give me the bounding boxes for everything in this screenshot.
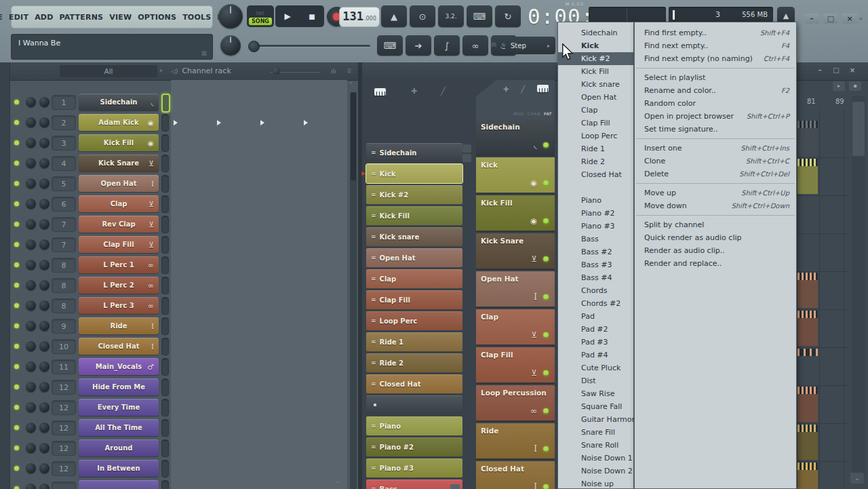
channel-pan-knob[interactable]	[26, 280, 36, 290]
menu-pattern-item[interactable]: Noise up	[558, 477, 633, 489]
menu-pattern-item[interactable]: Chords #2	[558, 297, 633, 310]
channel-number[interactable]: 11	[52, 359, 76, 374]
menu-pattern-item[interactable]: Pad #3	[558, 336, 633, 349]
menubar-item-tools[interactable]: TOOLS	[182, 13, 211, 22]
channel-number[interactable]: 8	[52, 258, 76, 273]
channel-mute-indicator[interactable]	[161, 134, 169, 152]
group-next-arrow[interactable]: ▸	[160, 67, 163, 73]
channel-led[interactable]	[14, 364, 19, 369]
channel-led[interactable]	[14, 283, 19, 288]
picker-item[interactable]: ≡Clap	[366, 269, 462, 288]
channel-button[interactable]: RideI	[79, 317, 159, 334]
pattern-clip[interactable]	[797, 425, 818, 460]
channel-number[interactable]: 12	[52, 461, 76, 476]
channel-pan-knob[interactable]	[26, 97, 36, 107]
track-led[interactable]	[543, 294, 549, 300]
playlist-track-header[interactable]: Closed HatI	[476, 461, 555, 489]
channel-mute-indicator[interactable]	[161, 175, 169, 193]
menu-pattern-item[interactable]: Snare Roll	[558, 439, 633, 452]
channel-volume-knob[interactable]	[39, 117, 50, 128]
picker-tab-automation-icon[interactable]: ╱	[441, 87, 446, 96]
menu-command-item[interactable]: Rename and color..F2	[635, 84, 796, 97]
channel-number[interactable]: 7	[52, 237, 76, 252]
channel-mute-indicator[interactable]	[161, 155, 169, 172]
channel-led[interactable]	[14, 446, 19, 450]
picker-item[interactable]: ≡Loop Perc	[366, 311, 462, 330]
channel-number[interactable]: 12	[52, 441, 76, 456]
channel-pan-knob[interactable]	[26, 199, 36, 209]
menubar-item-edit[interactable]: EDIT	[9, 13, 28, 22]
channel-led[interactable]	[14, 303, 19, 308]
channel-mute-indicator[interactable]	[161, 317, 169, 335]
channel-pan-knob[interactable]	[26, 361, 36, 372]
menu-pattern-item[interactable]: Piano	[558, 194, 633, 207]
stop-button[interactable]: ■	[300, 5, 324, 27]
channel-pan-knob[interactable]	[26, 178, 36, 189]
channel-led[interactable]	[14, 222, 19, 227]
channel-number[interactable]: 12	[52, 420, 76, 435]
playlist-maximize-button[interactable]: □	[830, 66, 842, 75]
channel-volume-knob[interactable]	[39, 321, 50, 331]
channel-led[interactable]	[14, 100, 19, 104]
track-led[interactable]	[543, 446, 549, 452]
channel-button[interactable]: Clap Fill⊻	[79, 236, 159, 253]
pattern-clip[interactable]	[797, 387, 818, 422]
loop-record-icon[interactable]: ↻	[495, 5, 521, 27]
menubar-item-add[interactable]: ADD	[35, 13, 53, 22]
menu-pattern-item[interactable]: Clap Fill	[558, 117, 633, 130]
channel-volume-knob[interactable]	[39, 138, 50, 148]
channel-pan-knob[interactable]	[26, 423, 36, 433]
channel-button[interactable]: L Perc 3∞	[79, 297, 159, 314]
grid-scroll-down-icon[interactable]: ⌄	[850, 473, 864, 484]
menu-command-item[interactable]: Quick render as audio clip	[635, 231, 796, 244]
menu-command-item[interactable]: Render and replace..	[635, 257, 796, 270]
grid-dot-button[interactable]: ▪	[849, 81, 861, 91]
channel-pan-knob[interactable]	[26, 239, 36, 250]
channel-volume-knob[interactable]	[39, 484, 50, 489]
step-edit-icon[interactable]: ➔	[406, 35, 431, 56]
menu-command-item[interactable]: CloneShift+Ctrl+C	[635, 155, 796, 168]
channel-button[interactable]: Kick Fill◉	[79, 134, 159, 151]
playlist-track-header[interactable]: Kick◉	[476, 157, 555, 194]
channel-pan-knob[interactable]	[26, 138, 36, 148]
channel-mute-indicator[interactable]	[161, 94, 170, 113]
channel-button[interactable]: All The Time	[79, 419, 159, 436]
rack-zoom-handle[interactable]	[273, 67, 280, 75]
picker-item[interactable]: ≡Kick Fill	[366, 206, 462, 225]
channel-led[interactable]	[14, 201, 19, 206]
channel-mute-indicator[interactable]	[161, 338, 169, 355]
channel-led[interactable]	[14, 242, 19, 247]
channel-number[interactable]: 4	[52, 156, 76, 171]
channel-number[interactable]: 8	[52, 298, 76, 313]
picker-item[interactable]: ≡Piano #3	[366, 458, 462, 477]
channel-led[interactable]	[14, 262, 19, 267]
playlist-close-button[interactable]: ×	[846, 66, 859, 75]
channel-button[interactable]: Every Time	[79, 399, 159, 416]
playlist-scrollbar[interactable]	[852, 96, 865, 476]
channel-volume-knob[interactable]	[39, 219, 50, 229]
channel-number[interactable]: 9	[52, 319, 76, 334]
track-led[interactable]	[543, 142, 549, 148]
channel-volume-knob[interactable]	[39, 382, 50, 392]
channel-button[interactable]: Rev Clap⊻	[79, 216, 159, 233]
channel-mute-indicator[interactable]	[161, 378, 169, 396]
channel-number[interactable]: 10	[52, 339, 76, 354]
track-led[interactable]	[543, 484, 549, 489]
channel-volume-knob[interactable]	[39, 300, 50, 311]
graph-view-icon[interactable]: ılı	[331, 68, 336, 75]
track-led[interactable]	[543, 180, 549, 186]
channel-led[interactable]	[14, 344, 19, 349]
channel-mute-indicator[interactable]	[161, 236, 169, 254]
track-led[interactable]	[543, 256, 549, 262]
menu-command-item[interactable]: Random color	[635, 97, 796, 110]
rack-scroll-up-icon[interactable]: ⌃	[349, 81, 353, 87]
menubar-item-view[interactable]: VIEW	[109, 13, 132, 22]
minimize-button[interactable]: –	[804, 14, 819, 24]
pattern-clip[interactable]	[797, 273, 818, 308]
channel-pan-knob[interactable]	[26, 402, 36, 412]
menu-command-item[interactable]: Insert oneShift+Ctrl+Ins	[635, 142, 796, 155]
channel-button[interactable]: Clap⊻	[79, 195, 159, 212]
channel-button[interactable]: Main_Vocals♂	[79, 358, 159, 375]
pattern-clip[interactable]	[797, 349, 818, 384]
channel-pan-knob[interactable]	[26, 443, 36, 453]
